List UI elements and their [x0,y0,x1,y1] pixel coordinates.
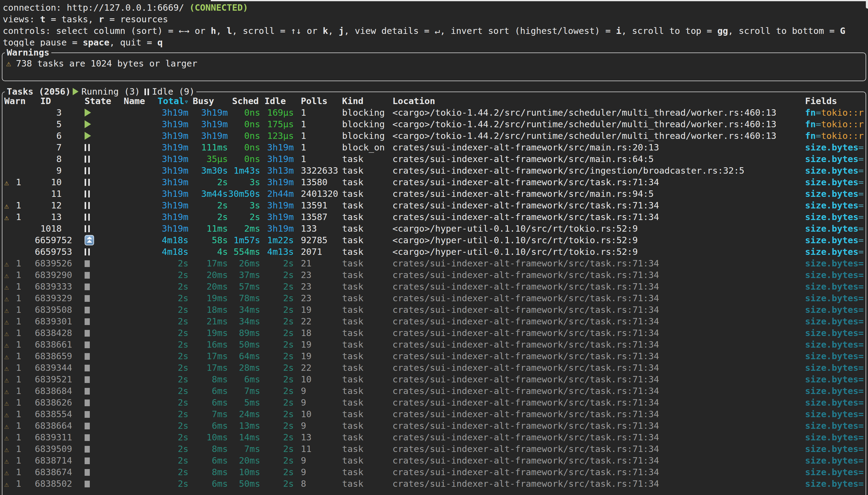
task-row[interactable]: ⚠ 6 3h19m 3h19m 0ns 123µs 1 blocking <ca… [2,130,866,142]
cell-name [124,315,153,327]
task-row[interactable]: ⚠1 6839509 2s 8ms 7ms 2s 11 task crates/… [2,443,866,455]
cell-task-id: 6839329 [35,292,62,304]
cell-sched-duration: 34ms [228,315,260,327]
task-row[interactable]: ⚠ 6659753 4m18s 4s 554ms 4m13s 2071 task… [2,246,866,258]
cell-name [124,118,153,130]
cell-fields: fn=tokio::r [805,130,866,142]
task-row[interactable]: ⚠ 6659752 4m18s 58s 1m57s 1m22s 92785 ta… [2,234,866,246]
cell-warn: ⚠1 [4,455,34,466]
cell-polls: 9 [301,420,340,431]
cell-name [124,420,153,431]
cell-kind: task [342,397,391,408]
cell-busy-duration: 2s [188,200,228,211]
task-row[interactable]: ⚠1 6839526 2s 17ms 26ms 2s 21 task crate… [2,258,866,269]
cell-name [124,351,153,362]
task-row[interactable]: ⚠1 6838661 2s 16ms 50ms 2s 19 task crate… [2,339,866,351]
task-row[interactable]: ⚠1 6838502 2s 6ms 50ms 2s 8 task crates/… [2,478,866,490]
cell-polls: 9 [301,385,340,397]
cell-polls: 19 [301,304,340,315]
task-row[interactable]: ⚠ 7 3h19m 111ms 0ns 3h19m 1 block_on cra… [2,142,866,153]
task-row[interactable]: ⚠ 3 3h19m 3h19m 0ns 169µs 1 blocking <ca… [2,107,866,118]
column-header-warn[interactable]: Warn [4,95,34,107]
cell-sched-duration: 0ns [228,153,260,165]
cell-sched-duration: 78ms [228,292,260,304]
cell-sched-duration: 57ms [228,281,260,292]
column-header-total-sorted[interactable]: Total▿ [153,95,188,107]
column-header-sched[interactable]: Sched [228,95,260,107]
task-row[interactable]: ⚠1 6838674 2s 8ms 10ms 2s 9 task crates/… [2,466,866,478]
task-row[interactable]: ⚠1 6839344 2s 17ms 28ms 2s 22 task crate… [2,362,866,374]
cell-warn: ⚠1 [4,478,34,490]
column-header-idle[interactable]: Idle [260,95,294,107]
idle-state-icon [85,202,90,209]
cell-task-id: 6838554 [35,408,62,420]
task-row[interactable]: ⚠1 6839290 2s 20ms 37ms 2s 23 task crate… [2,269,866,281]
cell-state [85,292,118,304]
cell-state [85,165,118,176]
cell-total-duration: 2s [153,351,188,362]
column-header-state[interactable]: State [85,95,118,107]
task-row[interactable]: ⚠1 13 3h19m 2s 2s 3h19m 13587 task crate… [2,211,866,223]
cell-warn: ⚠1 [4,397,34,408]
task-row[interactable]: ⚠1 6838554 2s 7ms 24ms 2s 10 task crates… [2,408,866,420]
task-row[interactable]: ⚠1 6838684 2s 6ms 7ms 2s 9 task crates/s… [2,385,866,397]
task-row[interactable]: ⚠1 6839329 2s 19ms 78ms 2s 23 task crate… [2,292,866,304]
cell-polls: 9 [301,455,340,466]
cell-sched-duration: 0ns [228,118,260,130]
cell-fields: size.bytes= [805,408,866,420]
task-row[interactable]: ⚠ 11 3h19m 3m44s 30m50s 2h44m 2401320 ta… [2,188,866,200]
cell-busy-duration: 20ms [188,281,228,292]
pause-quit-hint-line: toggle pause = space, quit = q [3,37,867,48]
task-row[interactable]: ⚠1 12 3h19m 2s 3s 3h19m 13591 task crate… [2,200,866,211]
column-header-location[interactable]: Location [393,95,803,107]
cell-kind: task [342,431,391,443]
cell-total-duration: 2s [153,420,188,431]
controls-hint-line: controls: select column (sort) = ←→ or h… [3,25,867,37]
warning-triangle-icon: ⚠ [4,293,16,305]
cell-location: <cargo>/hyper-util-0.1.10/src/rt/tokio.r… [393,223,803,234]
warning-triangle-icon: ⚠ [4,409,16,421]
cell-task-id: 10 [35,176,62,188]
task-row[interactable]: ⚠1 6839508 2s 18ms 34ms 2s 19 task crate… [2,304,866,315]
task-row[interactable]: ⚠1 6839311 2s 10ms 14ms 2s 13 task crate… [2,431,866,443]
warning-triangle-icon: ⚠ [4,270,16,281]
cell-total-duration: 2s [153,281,188,292]
column-header-fields[interactable]: Fields [805,95,866,107]
cell-fields: size.bytes= [805,246,866,258]
cell-kind: task [342,455,391,466]
column-header-polls[interactable]: Polls [301,95,340,107]
stopped-state-icon [85,469,90,476]
task-row[interactable]: ⚠1 6838626 2s 6ms 5ms 2s 9 task crates/s… [2,397,866,408]
task-row[interactable]: ⚠ 9 3h19m 3m30s 1m43s 3h13m 3322633 task… [2,165,866,176]
task-row[interactable]: ⚠ 8 3h19m 35µs 0ns 3h19m 1 task crates/s… [2,153,866,165]
column-header-id[interactable]: ID [35,95,62,107]
cell-state [85,176,118,188]
task-row[interactable]: ⚠1 6839301 2s 21ms 34ms 2s 22 task crate… [2,315,866,327]
cell-sched-duration: 3s [228,200,260,211]
task-row[interactable]: ⚠1 6838714 2s 6ms 20ms 2s 9 task crates/… [2,455,866,466]
cell-task-id: 6659752 [35,234,62,246]
cell-kind: task [342,385,391,397]
cell-kind: task [342,478,391,490]
cell-state [85,315,118,327]
task-row[interactable]: ⚠1 6838664 2s 6ms 13ms 2s 9 task crates/… [2,420,866,431]
cell-state [85,130,118,142]
column-header-kind[interactable]: Kind [342,95,391,107]
cell-polls: 3322633 [301,165,340,176]
task-row[interactable]: ⚠ 1018 3h19m 11ms 2ms 3h19m 133 task <ca… [2,223,866,234]
task-row[interactable]: ⚠1 6839333 2s 20ms 57ms 2s 23 task crate… [2,281,866,292]
hint-bar: connection: http://127.0.0.1:6669/ (CONN… [3,2,867,48]
task-row[interactable]: ⚠ 5 3h19m 3h19m 0ns 175µs 1 blocking <ca… [2,118,866,130]
column-header-name[interactable]: Name [124,95,153,107]
task-row[interactable]: ⚠1 10 3h19m 2s 3s 3h19m 13580 task crate… [2,176,866,188]
cell-idle-duration: 2s [260,385,294,397]
warning-triangle-icon: ⚠ [4,200,16,212]
cell-sched-duration: 1m43s [228,165,260,176]
column-header-busy[interactable]: Busy [188,95,228,107]
task-row[interactable]: ⚠1 6838428 2s 19ms 89ms 2s 18 task crate… [2,327,866,339]
task-row[interactable]: ⚠1 6839521 2s 8ms 6ms 2s 10 task crates/… [2,374,866,385]
cell-idle-duration: 2s [260,466,294,478]
task-row[interactable]: ⚠1 6838659 2s 17ms 64ms 2s 19 task crate… [2,351,866,362]
warning-triangle-icon: ⚠ [4,362,16,374]
cell-fields: size.bytes= [805,339,866,351]
